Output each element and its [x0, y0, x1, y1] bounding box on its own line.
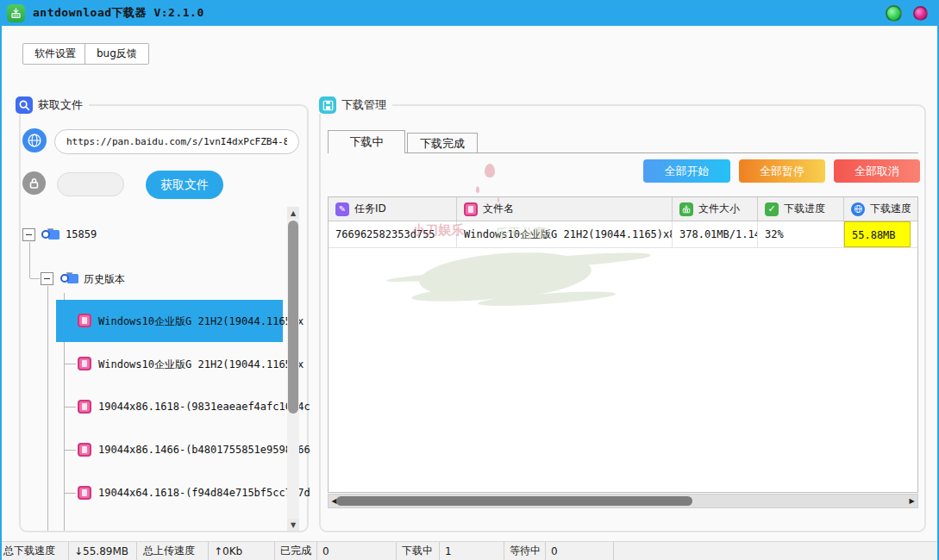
download-manager-legend: 下载管理 — [317, 96, 392, 114]
globe-icon — [851, 202, 865, 216]
status-completed-label: 已完成 — [275, 542, 317, 560]
scroll-right-icon[interactable]: ▶ — [906, 495, 917, 507]
status-waiting-label: 等待中 — [504, 542, 546, 560]
get-file-legend-label: 获取文件 — [38, 97, 83, 113]
fetch-file-button[interactable]: 获取文件 — [146, 171, 223, 199]
tree-node-file[interactable]: 19044x64.1618-(f94d84e715bf5cc707d — [98, 487, 310, 499]
tree-connector-line — [29, 242, 30, 278]
download-table: ✎ 任务ID 文件名 文件大小 ✓ 下载进度 — [328, 196, 918, 493]
file-icon — [78, 443, 91, 457]
column-label: 下载速度 — [870, 202, 911, 216]
minimize-button[interactable] — [886, 5, 902, 22]
scroll-up-icon[interactable]: ▲ — [287, 207, 299, 219]
settings-button[interactable]: 软件设置 — [22, 43, 88, 65]
status-total-download-speed-value: ↓55.89MB — [69, 542, 137, 560]
close-button[interactable] — [913, 6, 928, 21]
tree-connector-line — [65, 407, 76, 408]
download-manager-legend-label: 下载管理 — [341, 97, 386, 113]
status-total-upload-speed-value: ↑0Kb — [209, 542, 275, 560]
collapse-icon[interactable] — [22, 228, 35, 241]
status-downloading-value: 1 — [440, 542, 504, 560]
code-input[interactable] — [57, 172, 124, 196]
window-title: antdownload下载器 V:2.1.0 — [33, 5, 204, 21]
tree-scrollbar[interactable]: ▲ ▼ — [287, 207, 299, 531]
pause-all-button[interactable]: 全部暂停 — [739, 159, 825, 183]
table-row[interactable]: 766962582353d755 Windows10企业版G 21H2(1904… — [329, 221, 917, 248]
status-completed-value: 0 — [317, 542, 397, 560]
edit-icon: ✎ — [335, 202, 349, 216]
cell-progress: 32% — [758, 221, 844, 247]
file-icon — [78, 400, 91, 414]
column-label: 文件名 — [483, 202, 514, 216]
tree-connector-line — [65, 450, 76, 451]
tree-node-file-selected[interactable]: Windows10企业版G 21H2(19044.1165)x — [98, 314, 304, 329]
tree-connector-line — [65, 493, 76, 494]
collapse-icon[interactable] — [41, 272, 53, 285]
tree-node-file[interactable]: 19044x86.1618-(9831eaeaef4afc1004c — [98, 401, 310, 413]
status-total-download-speed-label: 总下载速度 — [0, 542, 69, 560]
tree-connector-line — [47, 286, 48, 531]
cell-task-id: 766962582353d755 — [329, 221, 457, 247]
url-input[interactable] — [54, 129, 299, 154]
get-file-legend: 获取文件 — [14, 96, 89, 114]
tree-node-folder[interactable]: 历史版本 — [84, 272, 125, 287]
status-bar-spacer — [614, 542, 939, 560]
tree-connector-line — [65, 364, 76, 364]
lock-icon — [22, 171, 46, 195]
tree-scrollbar-thumb[interactable] — [288, 221, 298, 414]
start-all-button[interactable]: 全部开始 — [643, 159, 730, 183]
cell-file-size: 378.01MB/1.14 — [673, 221, 758, 247]
column-header-task-id[interactable]: ✎ 任务ID — [329, 197, 457, 221]
cancel-all-button[interactable]: 全部取消 — [834, 159, 920, 183]
column-header-file-name[interactable]: 文件名 — [457, 197, 673, 221]
globe-icon — [22, 128, 47, 152]
tab-strip-divider — [328, 152, 918, 153]
status-downloading-label: 下载中 — [397, 542, 440, 560]
column-label: 下载进度 — [784, 202, 825, 216]
table-hscrollbar-thumb[interactable] — [336, 496, 692, 506]
file-icon — [78, 357, 91, 370]
tree-node-file[interactable]: Windows10企业版G 21H2(19044.1165)x — [98, 358, 304, 372]
disk-green-icon — [679, 202, 693, 216]
file-icon — [464, 202, 478, 216]
tree-connector-line — [30, 278, 40, 279]
tree-node-file[interactable]: 19044x86.1466-(b4801755851e9598166 — [98, 444, 310, 456]
status-total-upload-speed-label: 总上传速度 — [137, 542, 209, 560]
app-window: antdownload下载器 V:2.1.0 软件设置 bug反馈 获取文件 获… — [0, 0, 939, 560]
folder-search-icon — [60, 271, 78, 284]
title-bar[interactable]: antdownload下载器 V:2.1.0 — [0, 0, 939, 26]
tab-downloading[interactable]: 下载中 — [328, 130, 405, 153]
status-waiting-value: 0 — [546, 542, 614, 560]
file-icon — [78, 314, 91, 327]
folder-search-icon — [41, 227, 59, 240]
status-bar: 总下载速度 ↓55.89MB 总上传速度 ↑0Kb 已完成 0 下载中 1 等待… — [0, 541, 939, 560]
column-label: 任务ID — [354, 202, 386, 216]
check-icon: ✓ — [765, 202, 779, 216]
search-icon — [16, 96, 33, 114]
cell-file-name: Windows10企业版G 21H2(19044.1165)x86.W — [457, 221, 673, 247]
tree-node-root[interactable]: 15859 — [66, 228, 97, 240]
disk-icon — [319, 96, 336, 114]
column-header-speed[interactable]: 下载速度 — [844, 197, 911, 221]
table-hscrollbar[interactable]: ◀ ▶ — [328, 494, 918, 508]
app-logo-icon — [7, 4, 25, 22]
column-header-file-size[interactable]: 文件大小 — [673, 197, 758, 221]
bug-feedback-button[interactable]: bug反馈 — [85, 43, 149, 65]
column-header-progress[interactable]: ✓ 下载进度 — [758, 197, 844, 221]
tab-completed[interactable]: 下载完成 — [407, 133, 478, 153]
table-header-row: ✎ 任务ID 文件名 文件大小 ✓ 下载进度 — [329, 197, 917, 221]
file-icon — [78, 486, 91, 500]
scroll-down-icon[interactable]: ▼ — [287, 519, 299, 531]
column-label: 文件大小 — [698, 202, 740, 216]
cell-speed: 55.88MB — [844, 221, 911, 247]
